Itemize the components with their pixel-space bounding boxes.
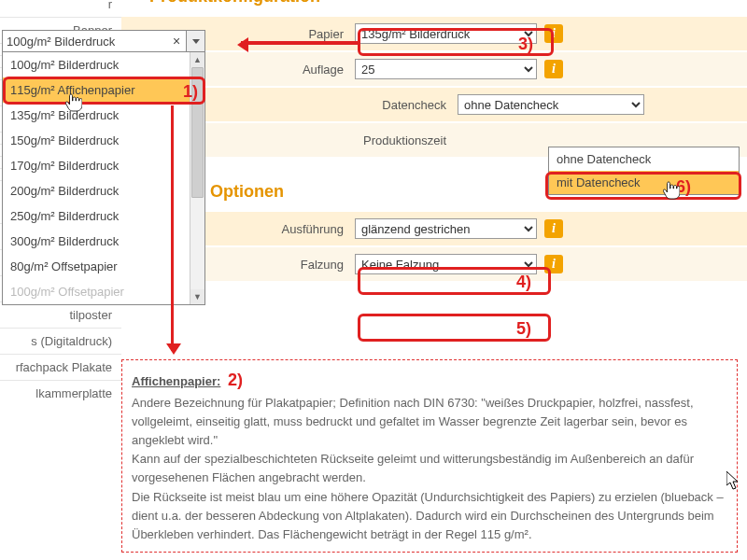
row-auflage: Auflage 25 i — [121, 51, 747, 87]
combobox-option[interactable]: 135g/m² Bilderdruck — [3, 103, 190, 128]
step-marker-2: 2) — [228, 371, 243, 389]
scrollbar[interactable]: ▲ ▼ — [190, 52, 204, 304]
scroll-thumb[interactable] — [191, 67, 204, 198]
select-falzung[interactable]: Keine Falzung — [355, 254, 537, 274]
select-datencheck[interactable]: ohne Datencheck — [458, 94, 644, 115]
row-papier: Papier 135g/m² Bilderdruck i — [121, 16, 747, 51]
combobox-option[interactable]: 170g/m² Bilderdruck — [3, 153, 190, 178]
info-panel-text: Die Rückseite ist meist blau um eine höh… — [132, 488, 727, 544]
sidebar-item[interactable]: lkammerplatte — [0, 380, 121, 406]
row-datencheck: Datencheck ohne Datencheck — [121, 87, 747, 122]
arrow-papier-to-combo — [241, 41, 358, 45]
info-icon[interactable]: i — [544, 24, 563, 43]
combobox-option[interactable]: 100g/m² Bilderdruck — [3, 52, 190, 77]
select-ausfuehrung[interactable]: glänzend gestrichen — [355, 218, 537, 239]
combobox-option[interactable]: 115g/m² Affichenpapier — [3, 77, 190, 103]
combobox-input[interactable] — [3, 31, 167, 51]
sidebar-item[interactable]: rfachpack Plakate — [0, 354, 121, 380]
clear-icon[interactable]: × — [167, 31, 186, 51]
combobox-option[interactable]: 150g/m² Bilderdruck — [3, 128, 190, 153]
combobox-option[interactable]: 250g/m² Bilderdruck — [3, 203, 190, 229]
sidebar-item[interactable]: r — [0, 0, 121, 17]
row-falzung: Falzung Keine Falzung i — [121, 246, 747, 282]
info-icon[interactable]: i — [544, 255, 563, 273]
combobox-option[interactable]: 80g/m² Offsetpapier — [3, 254, 190, 279]
paper-combobox: × 100g/m² Bilderdruck 115g/m² Affichenpa… — [2, 30, 205, 305]
sidebar-item[interactable]: s (Digitaldruck) — [0, 328, 121, 354]
label-produktionszeit: Produktionszeit — [233, 133, 458, 147]
info-panel: Affichenpapier: 2) Andere Bezeichnung fü… — [121, 359, 738, 553]
info-panel-text: Kann auf der spezialbeschichteten Rückse… — [132, 450, 727, 487]
combobox-option[interactable]: 300g/m² Bilderdruck — [3, 229, 190, 254]
datencheck-list: ohne Datencheck mit Datencheck — [548, 147, 740, 195]
step-marker-5: 5) — [516, 319, 531, 339]
info-icon[interactable]: i — [544, 60, 563, 78]
row-ausfuehrung: Ausführung glänzend gestrichen i — [121, 211, 747, 246]
label-datencheck: Datencheck — [233, 98, 458, 112]
datencheck-option[interactable]: mit Datencheck — [549, 171, 739, 194]
main: Produktkonfiguration Papier 135g/m² Bild… — [121, 0, 747, 282]
highlight-step5 — [358, 314, 551, 342]
combobox-head: × — [2, 30, 205, 52]
info-panel-title: Affichenpapier: — [132, 374, 220, 388]
arrow-combo-to-panel — [171, 105, 174, 351]
sidebar-item[interactable]: tilposter — [0, 301, 121, 328]
info-icon[interactable]: i — [544, 219, 563, 238]
select-papier[interactable]: 135g/m² Bilderdruck — [355, 23, 537, 44]
datencheck-option[interactable]: ohne Datencheck — [549, 147, 739, 171]
scroll-up-icon[interactable]: ▲ — [190, 52, 204, 67]
info-panel-text: Andere Bezeichnung für Plakatpapier; Def… — [132, 394, 727, 450]
chevron-down-icon[interactable] — [186, 31, 204, 51]
section-title-config: Produktkonfiguration — [121, 0, 747, 16]
combobox-option[interactable]: 200g/m² Bilderdruck — [3, 178, 190, 203]
combobox-option[interactable]: 100g/m² Offsetpapier — [3, 279, 190, 304]
select-auflage[interactable]: 25 — [355, 59, 537, 79]
combobox-list: 100g/m² Bilderdruck 115g/m² Affichenpapi… — [3, 52, 190, 304]
scroll-down-icon[interactable]: ▼ — [190, 289, 204, 304]
